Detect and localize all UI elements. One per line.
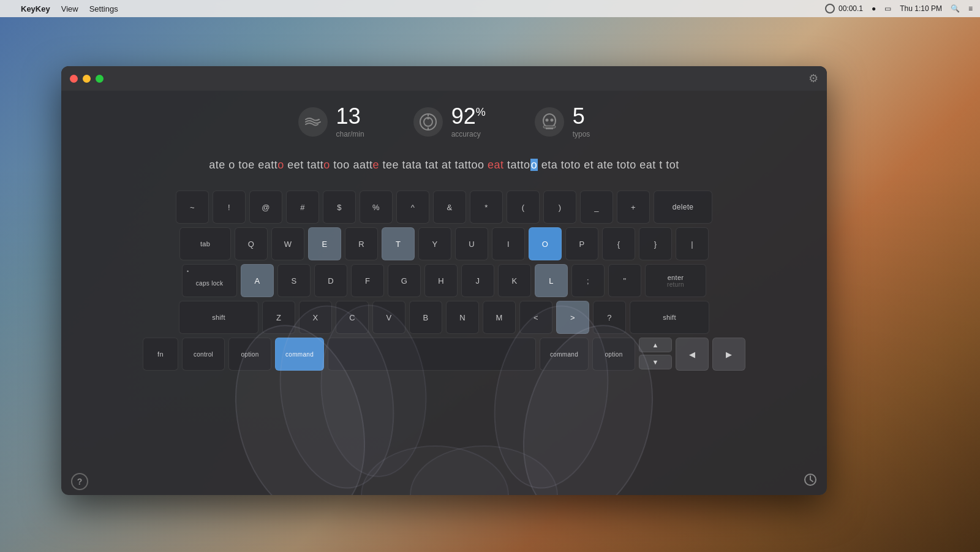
- key-row-asdf: • caps lock A S D F G H J K L ; " enter …: [86, 264, 802, 297]
- key-dollar[interactable]: $: [323, 191, 356, 224]
- key-delete[interactable]: delete: [654, 191, 712, 224]
- menu-bar-time: Thu 1:10 PM: [900, 4, 942, 13]
- timer-value: 00:00.1: [839, 4, 863, 13]
- key-y[interactable]: Y: [418, 227, 451, 260]
- key-r[interactable]: R: [345, 227, 378, 260]
- wifi-icon: ●: [872, 4, 876, 13]
- key-u[interactable]: U: [455, 227, 488, 260]
- key-t[interactable]: T: [382, 227, 415, 260]
- traffic-lights: [70, 75, 104, 83]
- key-hash[interactable]: #: [286, 191, 319, 224]
- key-w[interactable]: W: [271, 227, 304, 260]
- key-q[interactable]: Q: [235, 227, 268, 260]
- key-fn[interactable]: fn: [143, 338, 178, 371]
- app-name-menu[interactable]: KeyKey: [21, 4, 50, 13]
- key-s[interactable]: S: [277, 264, 311, 297]
- key-lparen[interactable]: (: [507, 191, 540, 224]
- key-rbrace[interactable]: }: [639, 227, 672, 260]
- key-l[interactable]: L: [535, 264, 568, 297]
- menu-settings[interactable]: Settings: [89, 4, 118, 13]
- key-shift-left[interactable]: shift: [179, 301, 258, 334]
- key-tab[interactable]: tab: [179, 227, 231, 260]
- key-semicolon[interactable]: ;: [571, 264, 605, 297]
- key-arrow-up[interactable]: ▲: [639, 338, 672, 352]
- key-i[interactable]: I: [492, 227, 525, 260]
- charmin-value: 13: [336, 105, 364, 127]
- key-enter[interactable]: enter return: [645, 264, 706, 297]
- key-o[interactable]: O: [529, 227, 562, 260]
- key-command-left[interactable]: command: [275, 338, 324, 371]
- key-gt[interactable]: >: [556, 301, 589, 334]
- key-arrow-right[interactable]: ▶: [712, 338, 745, 371]
- minimize-button[interactable]: [83, 75, 91, 83]
- keyboard-container: ~ ! @ # $ % ^ & * ( ) _ + delete tab Q W…: [61, 186, 827, 384]
- key-g[interactable]: G: [388, 264, 421, 297]
- menu-view[interactable]: View: [61, 4, 78, 13]
- menu-bar: KeyKey View Settings 00:00.1 ● ▭ Thu 1:1…: [0, 0, 980, 17]
- key-b[interactable]: B: [409, 301, 442, 334]
- key-e[interactable]: E: [308, 227, 341, 260]
- clock-button[interactable]: [804, 473, 817, 490]
- key-arrow-down[interactable]: ▼: [639, 355, 672, 369]
- accuracy-info: 92% accuracy: [451, 105, 486, 138]
- settings-button[interactable]: ⚙: [809, 72, 818, 85]
- key-percent[interactable]: %: [360, 191, 393, 224]
- key-space[interactable]: [328, 338, 536, 371]
- help-button[interactable]: ?: [71, 473, 88, 490]
- key-k[interactable]: K: [498, 264, 531, 297]
- typos-value: 5: [573, 105, 590, 127]
- list-icon[interactable]: ≡: [968, 4, 973, 13]
- search-icon[interactable]: 🔍: [951, 4, 960, 13]
- stat-item-typos: 5 typos: [535, 105, 590, 138]
- key-v[interactable]: V: [372, 301, 405, 334]
- key-m[interactable]: M: [483, 301, 516, 334]
- key-a[interactable]: A: [241, 264, 274, 297]
- key-lbrace[interactable]: {: [602, 227, 635, 260]
- key-arrow-left[interactable]: ◀: [676, 338, 709, 371]
- key-question[interactable]: ?: [593, 301, 626, 334]
- key-lt[interactable]: <: [519, 301, 552, 334]
- key-pipe[interactable]: |: [676, 227, 709, 260]
- stats-row: 13 char/min 92% accuracy: [61, 91, 827, 151]
- key-control[interactable]: control: [182, 338, 225, 371]
- timer-display: 00:00.1: [825, 4, 863, 13]
- key-capslock[interactable]: • caps lock: [182, 264, 237, 297]
- accuracy-icon: [413, 107, 443, 137]
- key-exclaim[interactable]: !: [213, 191, 246, 224]
- stat-item-charmin: 13 char/min: [298, 105, 364, 138]
- key-x[interactable]: X: [299, 301, 332, 334]
- key-at[interactable]: @: [249, 191, 282, 224]
- key-d[interactable]: D: [314, 264, 347, 297]
- charmin-label: char/min: [336, 130, 364, 138]
- accuracy-value: 92%: [451, 105, 486, 127]
- key-shift-right[interactable]: shift: [630, 301, 709, 334]
- close-button[interactable]: [70, 75, 78, 83]
- svg-point-2: [427, 117, 429, 119]
- key-p[interactable]: P: [565, 227, 598, 260]
- key-plus[interactable]: +: [617, 191, 650, 224]
- key-star[interactable]: *: [470, 191, 503, 224]
- key-tilde[interactable]: ~: [176, 191, 209, 224]
- key-caret[interactable]: ^: [396, 191, 429, 224]
- key-amp[interactable]: &: [433, 191, 466, 224]
- key-f[interactable]: F: [351, 264, 384, 297]
- key-underscore[interactable]: _: [580, 191, 613, 224]
- charmin-info: 13 char/min: [336, 105, 364, 138]
- skull-icon: [535, 107, 564, 137]
- key-h[interactable]: H: [424, 264, 458, 297]
- key-j[interactable]: J: [461, 264, 494, 297]
- key-command-right[interactable]: command: [540, 338, 589, 371]
- key-row-qwerty: tab Q W E R T Y U I O P { } |: [86, 227, 802, 260]
- key-option-right[interactable]: option: [592, 338, 635, 371]
- key-rparen[interactable]: ): [543, 191, 576, 224]
- svg-point-7: [550, 119, 553, 122]
- bottom-bar: ?: [61, 468, 827, 495]
- key-c[interactable]: C: [336, 301, 369, 334]
- text-display: ate o toe eatto eet tatto too aatte tee …: [61, 151, 827, 186]
- key-n[interactable]: N: [446, 301, 479, 334]
- key-z[interactable]: Z: [262, 301, 295, 334]
- key-quote[interactable]: ": [608, 264, 641, 297]
- stat-item-accuracy: 92% accuracy: [413, 105, 486, 138]
- maximize-button[interactable]: [96, 75, 104, 83]
- key-option-left[interactable]: option: [228, 338, 271, 371]
